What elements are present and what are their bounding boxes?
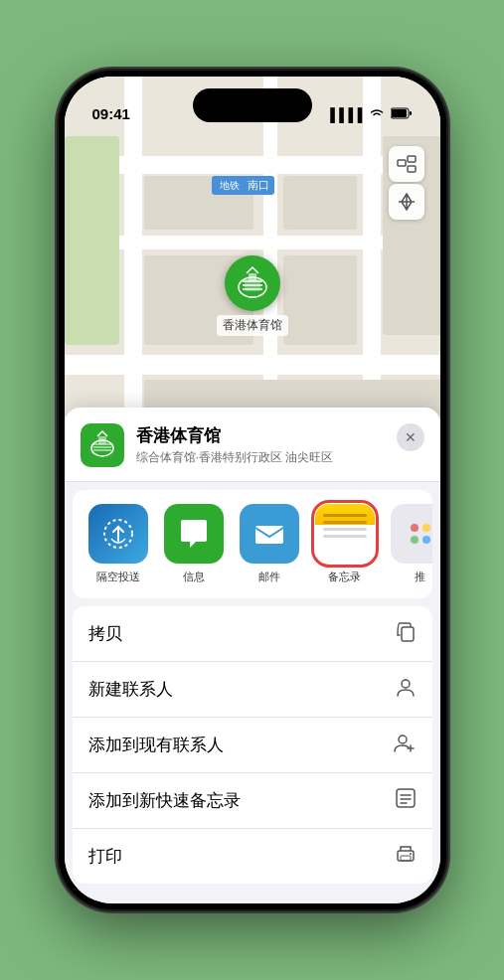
airdrop-label: 隔空投送 [96,570,140,584]
action-copy[interactable]: 拷贝 [73,606,432,662]
action-quick-note-text: 添加到新快速备忘录 [88,789,241,812]
status-icons: ▐▐▐▐ [326,107,413,122]
place-icon [81,423,124,467]
airdrop-icon [88,504,148,564]
map-green [65,136,119,345]
svg-point-15 [399,735,407,743]
app-item-notes[interactable]: 备忘录 [311,504,379,584]
dynamic-island [193,88,312,122]
pin-icon [225,255,280,311]
app-item-messages[interactable]: 信息 [160,504,228,584]
share-sheet: 香港体育馆 综合体育馆·香港特别行政区 油尖旺区 ✕ 隔空 [65,408,440,903]
svg-rect-16 [397,789,415,807]
place-subtitle: 综合体育馆·香港特别行政区 油尖旺区 [136,449,424,466]
svg-point-19 [410,853,412,855]
pin-label: 香港体育馆 [217,315,288,336]
more-label: 推 [415,570,425,584]
app-item-mail[interactable]: 邮件 [236,504,303,584]
svg-rect-1 [392,109,407,117]
notes-label: 备忘录 [328,570,361,584]
battery-icon [391,107,413,122]
map-view-button[interactable] [389,146,424,182]
svg-point-14 [402,680,410,688]
wifi-icon [369,107,385,122]
phone-frame: 09:41 ▐▐▐▐ [59,71,446,909]
map-controls [389,146,424,220]
map-label-prefix: 地铁 [217,179,243,192]
action-add-contact-text: 添加到现有联系人 [88,734,224,756]
map-block [283,176,357,230]
print-icon [395,843,417,870]
action-new-contact-text: 新建联系人 [88,678,173,701]
svg-rect-2 [410,111,412,115]
more-icon [391,504,432,564]
new-contact-icon [395,676,417,703]
signal-icon: ▐▐▐▐ [326,107,363,122]
quick-note-icon [395,787,417,814]
action-quick-note[interactable]: 添加到新快速备忘录 [73,773,432,829]
app-item-airdrop[interactable]: 隔空投送 [84,504,152,584]
action-print-text: 打印 [88,845,122,868]
action-copy-text: 拷贝 [88,622,122,645]
status-time: 09:41 [92,105,130,122]
location-button[interactable] [389,184,424,220]
notes-icon [315,504,375,564]
svg-rect-12 [255,526,283,544]
close-button[interactable]: ✕ [397,423,424,451]
action-new-contact[interactable]: 新建联系人 [73,662,432,718]
svg-rect-8 [249,273,256,281]
action-list: 拷贝 新建联系人 [73,606,432,884]
add-contact-icon [393,732,417,758]
map-road [65,355,440,375]
place-info: 香港体育馆 综合体育馆·香港特别行政区 油尖旺区 [136,424,424,466]
action-add-contact[interactable]: 添加到现有联系人 [73,718,432,773]
svg-rect-10 [98,436,106,444]
mail-label: 邮件 [258,570,280,584]
messages-icon [164,504,224,564]
mail-icon [240,504,299,564]
messages-label: 信息 [183,570,205,584]
place-name: 香港体育馆 [136,424,424,447]
svg-rect-13 [402,627,414,641]
place-header: 香港体育馆 综合体育馆·香港特别行政区 油尖旺区 ✕ [65,408,440,482]
svg-rect-4 [408,156,416,162]
svg-rect-5 [408,166,416,172]
apps-row: 隔空投送 信息 [73,490,432,598]
map-label-text: 南口 [248,179,269,191]
app-item-more[interactable]: 推 [387,504,432,584]
copy-icon [395,620,417,647]
map-label: 地铁 南口 [212,176,274,195]
map-block [283,255,357,345]
location-pin: 香港体育馆 [217,255,288,336]
svg-rect-3 [398,160,406,166]
action-print[interactable]: 打印 [73,829,432,884]
phone-screen: 09:41 ▐▐▐▐ [65,77,440,903]
